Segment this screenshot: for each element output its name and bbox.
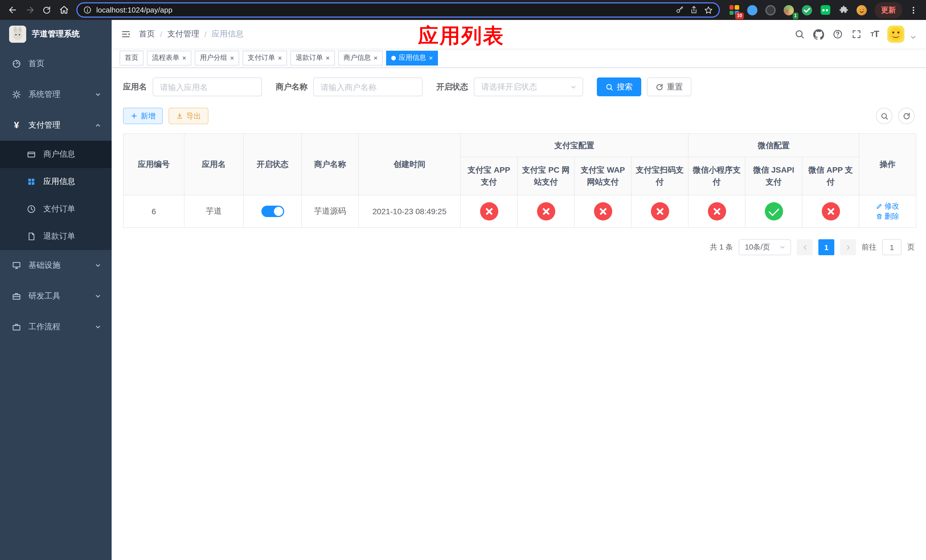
site-info-icon[interactable] <box>83 6 92 14</box>
info-icon <box>83 6 92 14</box>
search-button[interactable]: 搜索 <box>597 77 641 96</box>
tab-merchant-info[interactable]: 商户信息× <box>338 50 383 65</box>
grid-icon <box>26 177 36 186</box>
browser-profile-avatar[interactable] <box>854 3 869 17</box>
sidebar-item-payment[interactable]: ¥ 支付管理 <box>0 110 112 141</box>
enable-switch[interactable] <box>261 206 284 217</box>
tab-refund-orders[interactable]: 退款订单× <box>291 50 335 65</box>
forward-arrow-icon <box>25 5 35 15</box>
help-icon[interactable] <box>833 29 843 39</box>
channel-status-cell <box>745 195 802 228</box>
sidebar-item-infrastructure[interactable]: 基础设施 <box>0 250 112 281</box>
status-select[interactable]: 请选择开启状态 <box>474 77 583 96</box>
status-icon <box>537 202 555 221</box>
reload-icon <box>42 5 51 15</box>
extension-dark-icon[interactable] <box>763 3 778 17</box>
back-button[interactable] <box>5 2 21 18</box>
extension-chat-icon[interactable] <box>818 3 832 17</box>
chevron-up-icon <box>95 122 101 129</box>
tab-home[interactable]: 首页 <box>120 50 144 65</box>
extension-profile-icon[interactable]: 1 <box>781 3 796 17</box>
extensions-puzzle-button[interactable] <box>836 3 851 17</box>
breadcrumb-payment[interactable]: 支付管理 <box>168 29 199 39</box>
channel-status-cell <box>517 195 574 228</box>
export-button[interactable]: 导出 <box>169 107 209 124</box>
download-icon <box>176 112 183 120</box>
sidebar-item-label: 商户信息 <box>43 149 75 159</box>
prev-page-button[interactable] <box>797 239 813 255</box>
close-icon[interactable]: × <box>182 54 186 61</box>
tab-process-form[interactable]: 流程表单× <box>147 50 191 65</box>
profile-face-icon <box>856 5 867 15</box>
reset-button[interactable]: 重置 <box>647 77 691 96</box>
home-button[interactable] <box>56 2 72 18</box>
breadcrumb: 首页 / 支付管理 / 应用信息 <box>139 29 244 39</box>
breadcrumb-home[interactable]: 首页 <box>139 29 155 39</box>
apps-table-wrapper: 应用编号 应用名 开启状态 商户名称 创建时间 支付宝配置 微信配置 操作 支付… <box>123 133 915 228</box>
password-key-icon[interactable] <box>675 6 684 14</box>
avatar-dropdown-caret-icon[interactable] <box>909 33 917 41</box>
sidebar-collapse-button[interactable] <box>121 29 131 39</box>
add-button[interactable]: 新增 <box>123 107 163 124</box>
address-bar[interactable]: localhost:1024/pay/app <box>76 2 720 18</box>
close-icon[interactable]: × <box>429 54 433 61</box>
bookmark-star-icon[interactable] <box>704 5 713 15</box>
refresh-icon <box>902 112 910 120</box>
search-icon[interactable] <box>795 29 805 39</box>
forward-button[interactable] <box>22 2 38 18</box>
user-avatar[interactable] <box>887 26 904 43</box>
extension-grid-icon[interactable]: 10 <box>727 3 741 17</box>
sidebar-item-app-info[interactable]: 应用信息 <box>0 168 112 195</box>
share-icon[interactable] <box>690 6 698 14</box>
page-number-1[interactable]: 1 <box>819 239 834 255</box>
edit-button[interactable]: 修改 <box>876 201 899 211</box>
app-name-input[interactable] <box>153 77 262 96</box>
close-icon[interactable]: × <box>326 54 330 61</box>
fullscreen-icon[interactable] <box>852 29 862 39</box>
col-header-alipay-pc: 支付宝 PC 网站支付 <box>517 157 574 195</box>
sidebar-item-payment-orders[interactable]: 支付订单 <box>0 195 112 223</box>
channel-status-cell <box>574 195 631 228</box>
goto-page-input[interactable] <box>882 239 902 255</box>
extension-blue-icon[interactable] <box>745 3 760 17</box>
gear-icon <box>11 90 22 99</box>
status-icon <box>822 202 840 221</box>
github-icon[interactable] <box>814 29 825 39</box>
tab-payment-orders[interactable]: 支付订单× <box>243 50 287 65</box>
close-icon[interactable]: × <box>278 54 282 61</box>
sidebar-item-system[interactable]: 系统管理 <box>0 79 112 110</box>
browser-update-button[interactable]: 更新 <box>875 2 902 18</box>
merchant-name-input[interactable] <box>313 77 422 96</box>
status-icon <box>480 202 498 221</box>
payment-submenu: 商户信息 应用信息 支付订单 退款订单 <box>0 141 112 250</box>
group-header-alipay: 支付宝配置 <box>460 133 688 157</box>
font-size-icon[interactable]: TT <box>870 29 879 39</box>
monitor-icon <box>11 261 22 270</box>
home-icon <box>59 5 69 15</box>
tab-app-info[interactable]: 应用信息× <box>386 50 438 65</box>
browser-menu-button[interactable] <box>905 2 921 18</box>
table-toolbar: 新增 导出 <box>123 107 915 124</box>
sidebar-item-home[interactable]: 首页 <box>0 48 112 79</box>
chevron-left-icon <box>801 244 808 251</box>
sidebar-item-workflow[interactable]: 工作流程 <box>0 312 112 342</box>
close-icon[interactable]: × <box>230 54 234 61</box>
sidebar-item-refund-orders[interactable]: 退款订单 <box>0 223 112 250</box>
col-header-created: 创建时间 <box>359 133 460 195</box>
col-header-wechat-app: 微信 APP 支付 <box>802 157 859 195</box>
status-icon <box>651 202 669 221</box>
reload-button[interactable] <box>39 2 54 18</box>
toggle-search-button[interactable] <box>876 107 893 124</box>
delete-button[interactable]: 删除 <box>876 211 899 222</box>
page-size-select[interactable]: 10条/页 <box>738 239 791 255</box>
next-page-button[interactable] <box>840 239 856 255</box>
close-icon[interactable]: × <box>374 54 378 61</box>
sidebar-item-dev-tools[interactable]: 研发工具 <box>0 281 112 312</box>
page-annotation: 应用列表 <box>418 22 505 50</box>
sidebar-item-merchant-info[interactable]: 商户信息 <box>0 141 112 168</box>
app-name-label: 应用名 <box>123 82 147 92</box>
app-brand[interactable]: 芋道管理系统 <box>0 20 112 48</box>
extension-green-check-icon[interactable] <box>800 3 814 17</box>
refresh-table-button[interactable] <box>898 107 915 124</box>
tab-user-group[interactable]: 用户分组× <box>195 50 239 65</box>
